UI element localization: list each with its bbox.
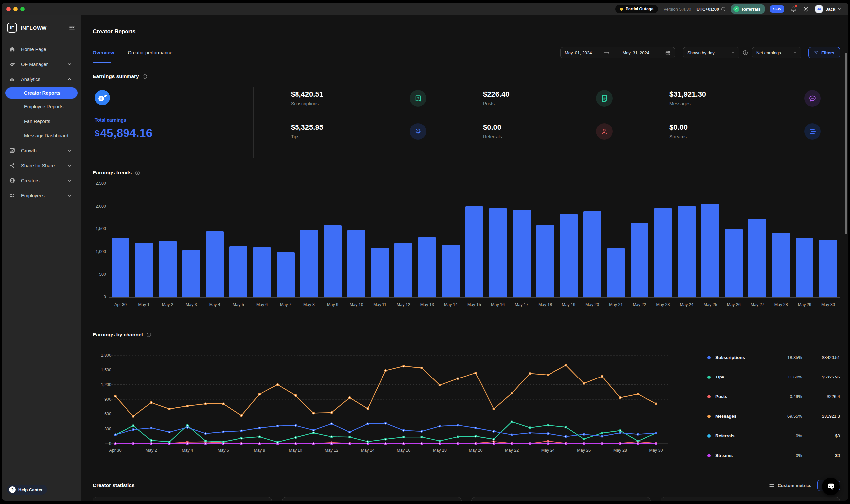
summary-label: Tips xyxy=(291,134,323,140)
sfw-toggle[interactable]: SFW xyxy=(770,5,784,13)
bar-may-1[interactable] xyxy=(132,184,156,298)
creator-stat-card xyxy=(93,497,272,501)
sidebar-item-share-for-share[interactable]: Share for Share xyxy=(2,158,82,173)
svg-text:900: 900 xyxy=(104,397,111,402)
bulb-icon xyxy=(410,123,426,140)
bar-may-2[interactable] xyxy=(156,184,179,298)
bar-may-25[interactable] xyxy=(699,184,722,298)
svg-text:May 22: May 22 xyxy=(505,448,519,452)
legend-item-posts[interactable]: Posts0.49%$226.4 xyxy=(707,387,840,407)
svg-text:May 30: May 30 xyxy=(649,448,663,452)
info-icon[interactable] xyxy=(721,7,726,12)
user-menu[interactable]: Ja Jack xyxy=(815,5,842,13)
bar-may-10[interactable] xyxy=(345,184,368,298)
bar-may-12[interactable] xyxy=(392,184,415,298)
bar-may-8[interactable] xyxy=(297,184,321,298)
help-center-button[interactable]: ? Help Center xyxy=(7,485,47,495)
bar-may-3[interactable] xyxy=(179,184,203,298)
notifications-bell-icon[interactable] xyxy=(790,5,797,13)
bar-may-23[interactable] xyxy=(651,184,675,298)
legend-item-tips[interactable]: Tips11.60%$5325.95 xyxy=(707,367,840,387)
bar-may-9[interactable] xyxy=(321,184,345,298)
x-axis-label: May 24 xyxy=(675,303,699,307)
sidebar-item-creator-reports[interactable]: Creator Reports xyxy=(5,87,78,98)
bar-may-17[interactable] xyxy=(510,184,533,298)
summary-label: Messages xyxy=(669,101,706,106)
filters-button[interactable]: Filters xyxy=(809,47,840,58)
channel-title: Earnings by channel xyxy=(93,332,143,338)
sidebar-item-employees[interactable]: Employees xyxy=(2,188,82,203)
sidebar-item-creators[interactable]: Creators xyxy=(2,173,82,188)
sidebar-item-growth[interactable]: Growth xyxy=(2,143,82,158)
creators-icon xyxy=(9,177,16,184)
bar-may-21[interactable] xyxy=(604,184,628,298)
vertical-scrollbar[interactable] xyxy=(845,53,847,234)
collapse-sidebar-icon[interactable] xyxy=(69,24,75,31)
x-axis-label: May 21 xyxy=(604,303,628,307)
date-range-picker[interactable]: May. 01, 2024 May. 31, 2024 xyxy=(560,47,675,58)
sidebar-item-employee-reports[interactable]: Employee Reports xyxy=(2,99,82,114)
bar-may-11[interactable] xyxy=(368,184,392,298)
settings-gear-icon[interactable] xyxy=(802,5,810,13)
tab-overview[interactable]: Overview xyxy=(93,42,114,64)
brand-name: INFLOWW xyxy=(21,25,47,31)
sidebar-item-home-page[interactable]: Home Page xyxy=(2,42,82,57)
x-axis-label: Apr 30 xyxy=(109,303,132,307)
legend-item-referrals[interactable]: Referrals0%$0 xyxy=(707,426,840,446)
chat-widget-button[interactable] xyxy=(822,478,840,496)
bar-may-15[interactable] xyxy=(463,184,486,298)
share-icon xyxy=(9,163,16,169)
total-earnings-value: $45,894.16 xyxy=(95,126,253,140)
summary-label: Posts xyxy=(483,101,510,106)
bar-apr-30[interactable] xyxy=(109,184,132,298)
info-icon[interactable] xyxy=(142,74,147,79)
minimize-window-button[interactable] xyxy=(13,7,18,11)
bar-may-27[interactable] xyxy=(746,184,769,298)
total-earnings-label: Total earnings xyxy=(95,117,253,123)
maximize-window-button[interactable] xyxy=(20,7,24,11)
sidebar-item-message-dashboard[interactable]: Message Dashboard xyxy=(2,128,82,143)
svg-text:Apr 30: Apr 30 xyxy=(109,448,122,452)
bar-may-16[interactable] xyxy=(486,184,510,298)
info-icon[interactable] xyxy=(743,50,748,55)
bar-may-13[interactable] xyxy=(415,184,439,298)
bar-may-30[interactable] xyxy=(816,184,840,298)
sidebar-item-analytics[interactable]: Analytics xyxy=(2,72,82,87)
legend-item-messages[interactable]: Messages69.55%$31921.3 xyxy=(707,407,840,426)
legend-item-streams[interactable]: Streams0%$0 xyxy=(707,446,840,465)
bar-may-6[interactable] xyxy=(250,184,274,298)
bar-may-29[interactable] xyxy=(793,184,816,298)
bar-may-22[interactable] xyxy=(628,184,651,298)
status-badge[interactable]: Partial Outage xyxy=(615,5,658,13)
close-window-button[interactable] xyxy=(6,7,11,11)
summary-card-posts: $226.40Posts xyxy=(483,90,613,107)
info-icon[interactable] xyxy=(146,332,151,337)
bar-may-20[interactable] xyxy=(580,184,604,298)
bar-may-5[interactable] xyxy=(227,184,250,298)
metric-dropdown[interactable]: Net earnings xyxy=(752,47,801,58)
referrals-button[interactable]: Referrals xyxy=(731,4,764,14)
growth-icon xyxy=(9,147,16,154)
sidebar-item-fan-reports[interactable]: Fan Reports xyxy=(2,114,82,128)
bar-may-18[interactable] xyxy=(533,184,557,298)
bar-may-26[interactable] xyxy=(722,184,746,298)
bar-may-19[interactable] xyxy=(557,184,580,298)
chevron-down-icon xyxy=(793,51,797,55)
sidebar-item-of-manager[interactable]: OF Manager xyxy=(2,57,82,72)
shown-by-dropdown[interactable]: Shown by day xyxy=(683,47,739,58)
bar-may-7[interactable] xyxy=(274,184,297,298)
calendar-icon xyxy=(665,50,671,56)
legend-item-subscriptions[interactable]: Subscriptions18.35%$8420.51 xyxy=(707,348,840,367)
custom-metrics-button[interactable]: Custom metrics xyxy=(769,483,812,488)
bar-may-28[interactable] xyxy=(769,184,793,298)
bar-may-4[interactable] xyxy=(203,184,227,298)
bookmark-plus-icon xyxy=(410,90,426,107)
info-icon[interactable] xyxy=(135,170,140,175)
tab-creator-performance[interactable]: Creator performance xyxy=(128,42,173,64)
bar-may-14[interactable] xyxy=(439,184,463,298)
svg-text:May 2: May 2 xyxy=(146,448,157,452)
svg-text:May 4: May 4 xyxy=(182,448,193,452)
bar-may-24[interactable] xyxy=(675,184,699,298)
sliders-icon xyxy=(769,483,775,488)
chevron-down-icon xyxy=(838,7,842,11)
